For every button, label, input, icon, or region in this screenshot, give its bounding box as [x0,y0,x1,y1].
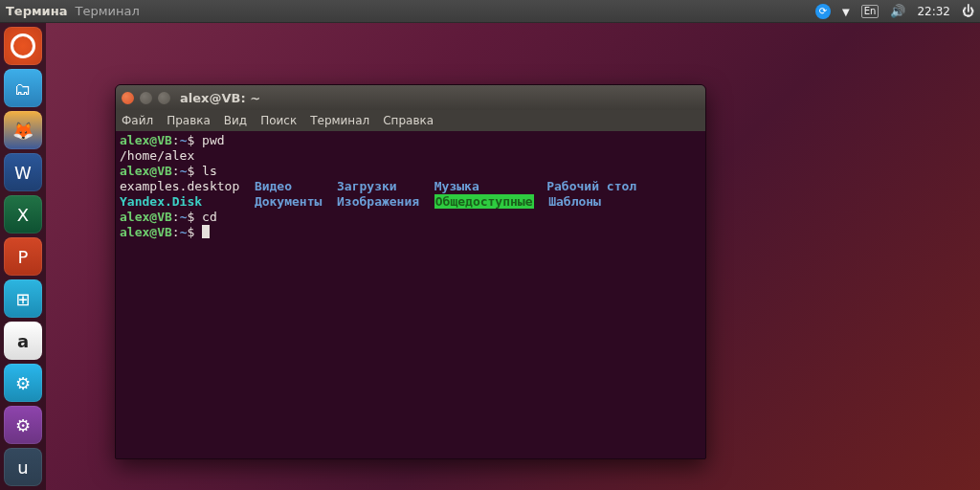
indicator-network-icon[interactable] [836,0,856,23]
launcher-usb-icon[interactable]: u [4,448,42,486]
terminal-menubar: Файл Правка Вид Поиск Терминал Справка [116,110,705,131]
menu-search[interactable]: Поиск [260,114,297,127]
ls-output-row: examples.desktop Видео Загрузки Музыка Р… [120,179,702,194]
top-app-label[interactable]: Терминал [73,4,139,18]
menu-file[interactable]: Файл [122,114,153,127]
menu-terminal[interactable]: Терминал [310,114,369,127]
top-app-truncated: Термина [0,4,73,18]
terminal-line: alex@VB:~$ cd [120,210,702,225]
cursor-icon [202,225,210,238]
launcher-settings2-icon[interactable]: ⚙ [4,406,42,444]
indicator-sound-icon[interactable]: 🔊 [884,0,911,23]
terminal-line: alex@VB:~$ pwd [120,133,702,148]
window-close-icon[interactable] [122,92,134,104]
indicator-keyboard-layout[interactable]: En [856,0,885,23]
terminal-output: /home/alex [120,148,702,164]
launcher-amazon-icon[interactable]: a [4,322,42,360]
terminal-body[interactable]: alex@VB:~$ pwd /home/alex alex@VB:~$ ls … [116,131,705,458]
menu-view[interactable]: Вид [224,114,247,127]
launcher-files-icon[interactable]: 🗂 [4,69,42,107]
top-panel: Термина Терминал ⟳ En 🔊 22:32 ⏻ [0,0,980,23]
window-titlebar[interactable]: alex@VB: ~ [116,85,705,110]
launcher-impress-icon[interactable]: P [4,237,42,276]
window-minimize-icon[interactable] [140,92,152,104]
indicator-power-icon[interactable]: ⏻ [956,0,980,23]
menu-help[interactable]: Справка [383,114,434,127]
terminal-window: alex@VB: ~ Файл Правка Вид Поиск Термина… [115,84,706,459]
indicator-cloud-icon[interactable]: ⟳ [810,0,836,23]
launcher-calc-icon[interactable]: X [4,195,42,234]
menu-edit[interactable]: Правка [167,114,211,127]
launcher-software-icon[interactable]: ⊞ [4,279,42,318]
terminal-current-line[interactable]: alex@VB:~$ [120,225,702,240]
indicator-clock[interactable]: 22:32 [911,0,956,23]
unity-launcher: 🗂 🦊 W X P ⊞ a ⚙ ⚙ u [0,23,46,490]
launcher-settings-icon[interactable]: ⚙ [4,364,42,402]
window-maximize-icon[interactable] [158,92,170,104]
launcher-firefox-icon[interactable]: 🦊 [4,111,42,149]
ls-output-row: Yandex.Disk Документы Изображения Общедо… [120,194,702,210]
launcher-dash-icon[interactable] [4,27,42,65]
terminal-line: alex@VB:~$ ls [120,164,702,179]
launcher-writer-icon[interactable]: W [4,153,42,191]
window-title: alex@VB: ~ [180,91,260,105]
